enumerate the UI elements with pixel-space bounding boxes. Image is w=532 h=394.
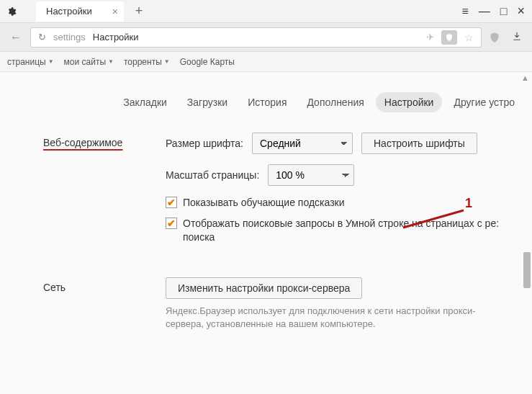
- configure-fonts-button[interactable]: Настроить шрифты: [361, 133, 477, 154]
- proxy-hint: Яндекс.Браузер использует для подключени…: [166, 305, 504, 331]
- bookmark-item[interactable]: торренты▼: [124, 57, 170, 67]
- tab-history[interactable]: История: [239, 92, 295, 112]
- titlebar: Настройки × + ≡ — □ ×: [0, 0, 532, 23]
- tab-downloads[interactable]: Загрузки: [179, 92, 236, 112]
- address-field[interactable]: ↻ settings Настройки ✈ ☆: [30, 27, 482, 48]
- content-area: ▲ Закладки Загрузки История Дополнения Н…: [0, 72, 532, 394]
- rocket-icon[interactable]: ✈: [426, 32, 434, 42]
- hints-checkbox[interactable]: ✔: [166, 197, 177, 208]
- font-size-select[interactable]: Средний: [252, 133, 353, 154]
- new-tab-button[interactable]: +: [128, 4, 150, 19]
- bookmark-item[interactable]: Google Карты: [180, 57, 235, 67]
- minimize-icon[interactable]: —: [479, 5, 490, 18]
- search-queries-checkbox[interactable]: ✔: [166, 218, 177, 229]
- bookmark-item[interactable]: мои сайты▼: [64, 57, 114, 67]
- check-icon: ✔: [167, 197, 176, 207]
- window-controls: ≡ — □ ×: [461, 4, 532, 19]
- tab-title: Настройки: [46, 6, 92, 17]
- back-button[interactable]: ←: [6, 27, 26, 48]
- url-prefix: settings: [53, 32, 86, 42]
- font-size-label: Размер шрифта:: [166, 138, 243, 149]
- reload-icon[interactable]: ↻: [38, 32, 46, 42]
- menu-icon[interactable]: ≡: [461, 5, 468, 18]
- address-bar: ← ↻ settings Настройки ✈ ☆: [0, 23, 532, 52]
- close-tab-icon[interactable]: ×: [112, 6, 118, 17]
- proxy-settings-button[interactable]: Изменить настройки прокси-сервера: [166, 277, 362, 299]
- section-tabs: Закладки Загрузки История Дополнения Нас…: [0, 72, 532, 125]
- check-icon: ✔: [167, 218, 176, 228]
- shield-badge-icon[interactable]: [486, 29, 503, 46]
- downloads-icon[interactable]: [508, 31, 526, 44]
- hints-checkbox-label: Показывать обучающие подсказки: [183, 196, 345, 210]
- maximize-icon[interactable]: □: [500, 5, 508, 18]
- close-window-icon[interactable]: ×: [517, 4, 525, 19]
- scroll-up-icon[interactable]: ▲: [521, 73, 529, 82]
- section-network: Сеть: [43, 277, 166, 293]
- dropdown-icon: ▼: [108, 58, 114, 65]
- page-zoom-label: Масштаб страницы:: [166, 169, 259, 181]
- gear-icon[interactable]: [0, 6, 23, 17]
- page-zoom-select[interactable]: 100 %: [268, 164, 354, 186]
- tab-settings[interactable]: Настройки: [376, 92, 443, 112]
- tab-bookmarks[interactable]: Закладки: [114, 92, 176, 112]
- tab-other-devices[interactable]: Другие устро: [445, 92, 523, 112]
- section-web-content: Веб-содержимое: [43, 133, 166, 148]
- dropdown-icon: ▼: [48, 58, 54, 65]
- annotation-number: 1: [465, 196, 472, 211]
- protect-shield-icon[interactable]: [441, 30, 457, 45]
- bookmark-star-icon[interactable]: ☆: [464, 32, 474, 43]
- bookmarks-bar: страницы▼ мои сайты▼ торренты▼ Google Ка…: [0, 52, 532, 72]
- dropdown-icon: ▼: [164, 58, 170, 65]
- url-label: Настройки: [93, 32, 139, 42]
- tab-addons[interactable]: Дополнения: [298, 92, 372, 112]
- browser-tab[interactable]: Настройки ×: [36, 1, 124, 22]
- scrollbar-thumb[interactable]: [523, 252, 531, 288]
- search-queries-checkbox-label: Отображать поисковые запросы в Умной стр…: [183, 217, 514, 244]
- bookmark-item[interactable]: страницы▼: [7, 57, 54, 67]
